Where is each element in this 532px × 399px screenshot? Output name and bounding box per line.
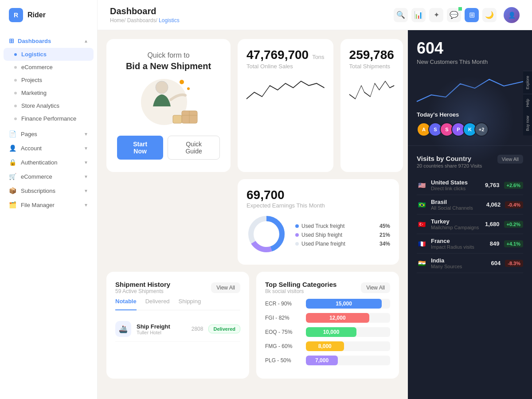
- total-shipments-card: 259,786 Total Shipments: [340, 39, 403, 172]
- user-avatar[interactable]: 👤: [504, 7, 520, 23]
- plane-dot: [295, 242, 299, 246]
- categories-view-all-button[interactable]: View All: [361, 282, 390, 293]
- total-sales-chart: [246, 77, 325, 103]
- table-row: 🚢 Ship Freight Tuller Hotel 2808 Deliver…: [115, 317, 240, 342]
- country-row-br: 🇧🇷 Brasil All Social Channels 4,062 -0.4…: [417, 195, 523, 215]
- second-row: 69,700 Expected Earnings This Month: [106, 179, 399, 265]
- cat-bar-ecr: 15,000: [306, 299, 382, 309]
- nc-value: 604: [417, 39, 523, 58]
- shipment-title: Shipment History: [115, 281, 170, 288]
- sidebar-item-ecommerce[interactable]: eCommerce: [0, 61, 97, 74]
- chevron-down-icon: ▼: [84, 160, 88, 165]
- cat-bar-plg: 7,000: [306, 356, 338, 365]
- sidebar-item-marketing[interactable]: Marketing: [0, 86, 97, 99]
- sidebar-group-dashboards[interactable]: ⊞ Dashboards ▲: [0, 34, 97, 48]
- cat-bar-fmg-wrap: 8,000: [306, 341, 390, 351]
- change-badge-br: -0.4%: [505, 201, 523, 208]
- categories-header: Top Selling Categories 8k social visitor…: [265, 281, 390, 294]
- shipment-tabs: Notable Delivered Shipping: [115, 298, 240, 310]
- auth-icon: 🔒: [9, 159, 16, 166]
- sidebar-item-store-analytics[interactable]: Store Analytics: [0, 99, 97, 112]
- help-tab[interactable]: Help: [523, 94, 532, 112]
- tab-notable[interactable]: Notable: [115, 298, 137, 310]
- tab-shipping[interactable]: Shipping: [179, 298, 201, 306]
- search-button[interactable]: 🔍: [394, 8, 408, 22]
- visits-subtitle: 20 countries share 9720 Visits: [417, 163, 482, 168]
- app-logo-icon: R: [9, 8, 23, 22]
- buy-now-tab[interactable]: Buy now: [523, 111, 532, 136]
- categories-list: ECR - 90% 15,000 FGI - 82% 12,000: [265, 299, 390, 365]
- dot-icon: [14, 79, 17, 82]
- change-badge-us: +2.6%: [504, 182, 524, 189]
- notification-dot: [458, 7, 462, 11]
- hero-title: Quick form to: [126, 51, 211, 59]
- visits-panel: Visits by Country 20 countries share 972…: [408, 145, 532, 399]
- hero-illustration: [133, 75, 204, 129]
- chevron-down-icon: ▼: [84, 188, 88, 193]
- country-info-us: United States Direct link clicks: [431, 179, 481, 191]
- change-badge-in: -8.3%: [505, 260, 523, 267]
- ship-info: Ship Freight Tuller Hotel: [137, 323, 186, 335]
- sidebar-group-account[interactable]: 👤 Account ▼: [0, 141, 97, 155]
- total-shipments-label: Total Shipments: [349, 63, 394, 70]
- hero-card: Quick form to Bid a New Shipment: [106, 39, 231, 172]
- explore-tab[interactable]: Explore: [523, 71, 532, 94]
- tab-delivered[interactable]: Delivered: [145, 298, 170, 306]
- total-sales-unit: Tons: [312, 54, 324, 60]
- chevron-up-icon: ▲: [84, 39, 88, 43]
- sidebar-item-logistics[interactable]: Logistics: [4, 48, 94, 61]
- country-info-fr: France Impact Radius visits: [431, 238, 485, 250]
- hero-buttons: Start Now Quick Guide: [117, 136, 220, 160]
- account-icon: 👤: [9, 145, 16, 152]
- breadcrumb: Home/ Dashboards/ Logistics: [110, 17, 180, 23]
- grid-view-button[interactable]: ⊞: [465, 8, 479, 22]
- topbar-right: 🔍 📊 ✦ 💬 ⊞ 🌙 👤: [394, 7, 520, 23]
- pages-icon: 📄: [9, 130, 16, 137]
- dot-icon: [14, 92, 17, 94]
- theme-toggle-button[interactable]: 🌙: [482, 8, 497, 22]
- cat-row-fmg: FMG - 60% 8,000: [265, 341, 390, 351]
- shipment-header: Shipment History 59 Active Shipments Vie…: [115, 281, 240, 294]
- country-info-tr: Turkey Mailchimp Campaigns: [431, 218, 481, 230]
- flag-fr: 🇫🇷: [417, 240, 426, 247]
- country-row-fr: 🇫🇷 France Impact Radius visits 849 +4.1%: [417, 234, 523, 254]
- sidebar: R Rider ⊞ Dashboards ▲ Logistics eCommer…: [0, 0, 98, 399]
- sidebar-group-subscriptions[interactable]: 📦 Subscriptions ▼: [0, 184, 97, 198]
- sidebar-group-filemanager[interactable]: 🗂️ File Manager ▼: [0, 198, 97, 212]
- total-sales-value: 47,769,700: [246, 48, 309, 62]
- sidebar-item-finance-performance[interactable]: Finance Performance: [0, 112, 97, 125]
- chat-button[interactable]: 💬: [447, 8, 461, 22]
- categories-title: Top Selling Categories: [265, 281, 336, 288]
- chevron-down-icon: ▼: [84, 132, 88, 137]
- sidebar-group-pages[interactable]: 📄 Pages ▼: [0, 127, 97, 141]
- chevron-down-icon: ▼: [84, 203, 88, 207]
- dot-icon: [14, 117, 17, 120]
- ship-sub: Tuller Hotel: [137, 330, 186, 335]
- cat-row-eoq: EOQ - 75% 10,000: [265, 327, 390, 337]
- chart-button[interactable]: 📊: [411, 8, 426, 22]
- flag-br: 🇧🇷: [417, 201, 426, 208]
- sidebar-group-authentication[interactable]: 🔒 Authentication ▼: [0, 155, 97, 169]
- grid-icon: ⊞: [9, 37, 14, 44]
- start-now-button[interactable]: Start Now: [117, 136, 163, 160]
- quick-guide-button[interactable]: Quick Guide: [168, 136, 220, 160]
- country-list: 🇺🇸 United States Direct link clicks 9,76…: [417, 176, 523, 273]
- donut-area: Used Truck freight 45% Used Ship freight…: [246, 214, 390, 256]
- heroes-section: Today's Heroes A S S P K +2: [417, 111, 523, 137]
- settings-button[interactable]: ✦: [429, 8, 443, 22]
- cat-label-fgi: FGI - 82%: [265, 315, 301, 321]
- cat-bar-fgi-wrap: 12,000: [306, 313, 390, 323]
- heroes-title: Today's Heroes: [417, 111, 523, 118]
- sidebar-group-ecom[interactable]: 🛒 eCommerce ▼: [0, 169, 97, 184]
- categories-subtitle: 8k social visitors: [265, 288, 336, 294]
- shipment-subtitle: 59 Active Shipments: [115, 288, 170, 294]
- total-shipments-chart: [349, 77, 394, 103]
- content-area: Quick form to Bid a New Shipment: [98, 30, 532, 399]
- cat-bar-plg-wrap: 7,000: [306, 356, 390, 365]
- shipment-view-all-button[interactable]: View All: [211, 282, 240, 293]
- shipment-history-card: Shipment History 59 Active Shipments Vie…: [106, 272, 249, 379]
- visits-view-all-button[interactable]: View All: [497, 155, 523, 164]
- sidebar-item-projects[interactable]: Projects: [0, 74, 97, 86]
- flag-in: 🇮🇳: [417, 260, 426, 267]
- active-dot: [14, 53, 17, 56]
